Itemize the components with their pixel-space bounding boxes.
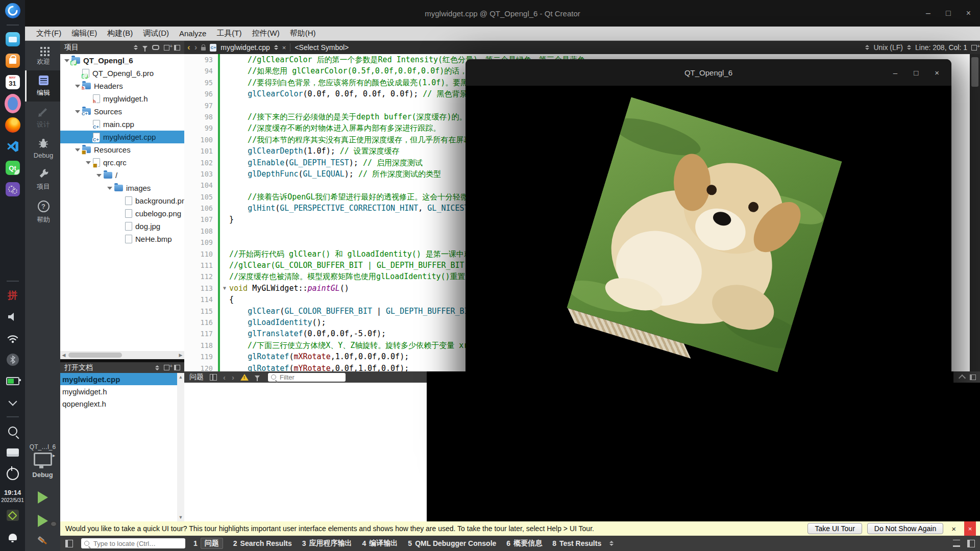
tree-item-Sources[interactable]: C+Sources: [60, 105, 184, 118]
line-ending-selector[interactable]: Unix (LF): [873, 43, 903, 52]
locator-box[interactable]: [81, 538, 185, 548]
menu-item[interactable]: 构建(B): [102, 29, 138, 38]
maximize-icon[interactable]: □: [914, 68, 918, 77]
run-button[interactable]: [38, 491, 48, 504]
sync-with-editor-icon[interactable]: [152, 45, 159, 50]
tree-item-qrc.qrc[interactable]: ▦qrc.qrc: [60, 156, 184, 169]
calendar-icon[interactable]: MAY 31: [5, 74, 21, 90]
fold-marker-icon[interactable]: ▼: [220, 283, 229, 294]
tree-item-cubelogo.png[interactable]: cubelogo.png: [60, 207, 184, 220]
tree-item-QT_Opengl_6[interactable]: QtQT_Opengl_6: [60, 54, 184, 67]
package-tool-icon[interactable]: [5, 181, 21, 197]
expand-arrow-icon[interactable]: [107, 186, 112, 191]
expand-arrow-icon[interactable]: [75, 84, 80, 89]
close-icon[interactable]: ×: [935, 68, 939, 77]
open-document-myglwidget.cpp[interactable]: myglwidget.cpp: [60, 373, 184, 385]
show-warnings-icon[interactable]: [240, 374, 249, 381]
notification-bell-icon[interactable]: [5, 529, 21, 545]
vscode-icon[interactable]: [5, 138, 21, 155]
tree-horizontal-scrollbar[interactable]: ◀ ▶: [60, 351, 184, 359]
dismiss-infobar-icon[interactable]: ×: [948, 524, 959, 533]
tree-item-myglwidget.h[interactable]: hmyglwidget.h: [60, 92, 184, 105]
opengl-window-titlebar[interactable]: QT_Opengl_6 – □ ×: [465, 59, 951, 86]
close-document-icon[interactable]: ×: [282, 44, 286, 52]
expand-arrow-icon[interactable]: [75, 109, 80, 114]
kit-selector-button[interactable]: ▸: [25, 453, 60, 466]
onboard-keyboard-icon[interactable]: [5, 444, 21, 461]
scroll-up-icon[interactable]: ▲: [177, 373, 184, 381]
close-infobar-red-icon[interactable]: ×: [964, 521, 976, 536]
toggle-right-sidebar-icon[interactable]: [967, 540, 975, 547]
tree-item-background.png[interactable]: background.png: [60, 194, 184, 207]
firefox-icon[interactable]: [5, 117, 21, 133]
open-document-qopenglext.h[interactable]: qopenglext.h: [60, 397, 184, 410]
open-document-myglwidget.h[interactable]: myglwidget.h: [60, 385, 184, 397]
output-tab-应用程序输出[interactable]: 3应用程序输出: [302, 539, 352, 548]
tree-item-NeHe.bmp[interactable]: NeHe.bmp: [60, 233, 184, 245]
output-tab-问题[interactable]: 1问题: [193, 538, 223, 549]
tree-item-QT_Opengl_6.pro[interactable]: QtQT_Opengl_6.pro: [60, 67, 184, 80]
output-tab-QML Debugger Console[interactable]: 5QML Debugger Console: [408, 539, 496, 547]
editor-file-tab[interactable]: myglwidget.cpp: [220, 43, 270, 52]
issues-filter-icon[interactable]: [255, 375, 260, 379]
tree-item-Resources[interactable]: ▦Resources: [60, 143, 184, 156]
tree-item-main.cpp[interactable]: C+main.cpp: [60, 118, 184, 131]
split-panel-icon[interactable]: [164, 45, 169, 51]
qt-creator-dock-icon[interactable]: Qt: [5, 160, 21, 176]
file-manager-icon[interactable]: [5, 31, 21, 47]
input-method-indicator[interactable]: 拼: [5, 287, 21, 304]
output-tab-Test Results[interactable]: 8Test Results: [552, 539, 601, 547]
split-panel-icon[interactable]: [164, 365, 169, 370]
menu-item[interactable]: 工具(T): [211, 29, 247, 38]
volume-icon[interactable]: [5, 309, 21, 325]
issues-filter-box[interactable]: [268, 373, 346, 382]
opengl-app-window[interactable]: QT_Opengl_6 – □ ×: [465, 59, 951, 443]
locator-input[interactable]: [92, 539, 171, 548]
control-center-icon[interactable]: [5, 95, 21, 112]
mode-tab-Debug[interactable]: Debug: [25, 133, 60, 163]
take-ui-tour-button[interactable]: Take UI Tour: [807, 523, 862, 534]
close-panel-icon[interactable]: [174, 45, 180, 51]
output-panes-menu-icon[interactable]: [609, 541, 614, 546]
editor-scrollbar-thumb[interactable]: [971, 57, 978, 87]
build-button[interactable]: [37, 537, 48, 548]
category-columns-icon[interactable]: [210, 374, 217, 381]
expand-arrow-icon[interactable]: [64, 58, 69, 63]
mode-tab-设计[interactable]: 设计: [25, 102, 60, 133]
expand-arrow-icon[interactable]: [86, 160, 91, 165]
document-dropdown-icon[interactable]: [274, 45, 278, 50]
scrollbar-thumb[interactable]: [68, 353, 122, 358]
issues-pane-body[interactable]: [184, 383, 427, 521]
trash-icon[interactable]: [5, 507, 21, 523]
mode-tab-帮助[interactable]: ?帮助: [25, 195, 60, 229]
tree-item-images[interactable]: images: [60, 182, 184, 194]
shutdown-icon[interactable]: [5, 466, 21, 482]
symbol-selector[interactable]: <Select Symbol>: [295, 43, 349, 52]
go-forward-icon[interactable]: ›: [194, 42, 198, 53]
window-titlebar[interactable]: myglwidget.cpp @ QT_Opengl_6 - Qt Creato…: [25, 0, 980, 27]
cursor-position-dropdown-icon[interactable]: [907, 45, 911, 50]
panel-chooser-icon[interactable]: [134, 45, 138, 50]
tree-item-myglwidget.cpp[interactable]: C+myglwidget.cpp: [60, 131, 184, 143]
output-tab-概要信息[interactable]: 6概要信息: [506, 539, 542, 548]
menu-item[interactable]: Analyze: [174, 29, 211, 38]
scroll-down-icon[interactable]: ▼: [177, 513, 184, 521]
close-icon[interactable]: ×: [966, 9, 971, 18]
scroll-right-icon[interactable]: ▶: [177, 351, 184, 359]
next-issue-icon[interactable]: ›: [232, 373, 234, 382]
previous-issue-icon[interactable]: ‹: [223, 373, 226, 382]
expand-arrow-icon[interactable]: [75, 147, 80, 153]
output-tab-Search Results[interactable]: 2Search Results: [233, 539, 292, 547]
cursor-position-label[interactable]: Line: 208, Col: 1: [915, 43, 967, 52]
close-output-pane-icon[interactable]: [970, 374, 976, 380]
do-not-show-again-button[interactable]: Do Not Show Again: [867, 523, 943, 534]
minimize-icon[interactable]: –: [926, 9, 930, 18]
panel-chooser-icon[interactable]: [155, 365, 159, 370]
wifi-icon[interactable]: [5, 330, 21, 346]
output-tab-编译输出[interactable]: 4编译输出: [362, 539, 398, 548]
documents-scrollbar[interactable]: ▲ ▼: [177, 373, 184, 521]
tree-item-/[interactable]: /: [60, 169, 184, 182]
editor-scrollbar[interactable]: [970, 54, 980, 371]
issues-filter-input[interactable]: [279, 373, 332, 382]
mode-tab-项目[interactable]: 项目: [25, 163, 60, 195]
